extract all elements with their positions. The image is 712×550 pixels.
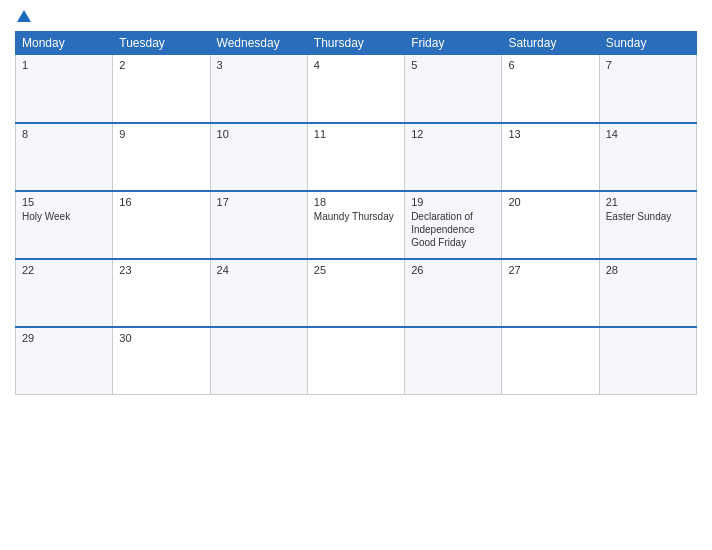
date-number: 6	[508, 59, 592, 71]
calendar-cell: 9	[113, 123, 210, 191]
date-number: 8	[22, 128, 106, 140]
calendar-cell: 6	[502, 55, 599, 123]
calendar-cell: 27	[502, 259, 599, 327]
date-number: 2	[119, 59, 203, 71]
date-number: 25	[314, 264, 398, 276]
calendar-cell	[405, 327, 502, 395]
header	[15, 10, 697, 23]
date-number: 18	[314, 196, 398, 208]
week-row-2: 891011121314	[16, 123, 697, 191]
date-number: 1	[22, 59, 106, 71]
event-label: Declaration of Independence	[411, 211, 474, 235]
calendar-cell: 23	[113, 259, 210, 327]
calendar-cell: 21Easter Sunday	[599, 191, 696, 259]
date-number: 29	[22, 332, 106, 344]
calendar-cell: 29	[16, 327, 113, 395]
date-number: 28	[606, 264, 690, 276]
calendar-container: MondayTuesdayWednesdayThursdayFridaySatu…	[0, 0, 712, 550]
calendar-cell: 4	[307, 55, 404, 123]
week-row-1: 1234567	[16, 55, 697, 123]
day-header-monday: Monday	[16, 32, 113, 55]
date-number: 15	[22, 196, 106, 208]
date-number: 21	[606, 196, 690, 208]
date-number: 23	[119, 264, 203, 276]
date-number: 17	[217, 196, 301, 208]
calendar-cell: 24	[210, 259, 307, 327]
event-label: Holy Week	[22, 211, 70, 222]
day-header-friday: Friday	[405, 32, 502, 55]
date-number: 3	[217, 59, 301, 71]
calendar-cell	[599, 327, 696, 395]
calendar-cell: 2	[113, 55, 210, 123]
day-header-sunday: Sunday	[599, 32, 696, 55]
date-number: 19	[411, 196, 495, 208]
calendar-cell: 10	[210, 123, 307, 191]
week-row-5: 2930	[16, 327, 697, 395]
date-number: 5	[411, 59, 495, 71]
calendar-cell: 1	[16, 55, 113, 123]
day-header-tuesday: Tuesday	[113, 32, 210, 55]
date-number: 13	[508, 128, 592, 140]
calendar-cell: 26	[405, 259, 502, 327]
calendar-cell: 14	[599, 123, 696, 191]
date-number: 14	[606, 128, 690, 140]
calendar-cell	[307, 327, 404, 395]
date-number: 16	[119, 196, 203, 208]
calendar-cell: 5	[405, 55, 502, 123]
event-label: Good Friday	[411, 237, 466, 248]
calendar-cell: 20	[502, 191, 599, 259]
calendar-cell: 3	[210, 55, 307, 123]
week-row-4: 22232425262728	[16, 259, 697, 327]
day-header-thursday: Thursday	[307, 32, 404, 55]
calendar-cell: 28	[599, 259, 696, 327]
date-number: 30	[119, 332, 203, 344]
date-number: 24	[217, 264, 301, 276]
date-number: 10	[217, 128, 301, 140]
calendar-cell: 25	[307, 259, 404, 327]
calendar-cell: 15Holy Week	[16, 191, 113, 259]
calendar-cell: 12	[405, 123, 502, 191]
date-number: 22	[22, 264, 106, 276]
calendar-cell: 18Maundy Thursday	[307, 191, 404, 259]
date-number: 26	[411, 264, 495, 276]
day-header-saturday: Saturday	[502, 32, 599, 55]
logo-triangle-icon	[17, 10, 31, 22]
date-number: 11	[314, 128, 398, 140]
week-row-3: 15Holy Week161718Maundy Thursday19Declar…	[16, 191, 697, 259]
date-number: 20	[508, 196, 592, 208]
logo	[15, 10, 31, 23]
date-number: 4	[314, 59, 398, 71]
date-number: 7	[606, 59, 690, 71]
logo-blue-text	[15, 10, 31, 23]
date-number: 27	[508, 264, 592, 276]
event-label: Easter Sunday	[606, 211, 672, 222]
date-number: 12	[411, 128, 495, 140]
day-header-wednesday: Wednesday	[210, 32, 307, 55]
calendar-table: MondayTuesdayWednesdayThursdayFridaySatu…	[15, 31, 697, 395]
calendar-cell: 22	[16, 259, 113, 327]
calendar-cell: 30	[113, 327, 210, 395]
calendar-cell	[210, 327, 307, 395]
calendar-cell	[502, 327, 599, 395]
event-label: Maundy Thursday	[314, 211, 394, 222]
calendar-cell: 8	[16, 123, 113, 191]
calendar-cell: 13	[502, 123, 599, 191]
calendar-cell: 17	[210, 191, 307, 259]
date-number: 9	[119, 128, 203, 140]
header-row: MondayTuesdayWednesdayThursdayFridaySatu…	[16, 32, 697, 55]
calendar-cell: 19Declaration of IndependenceGood Friday	[405, 191, 502, 259]
calendar-cell: 11	[307, 123, 404, 191]
calendar-cell: 16	[113, 191, 210, 259]
calendar-cell: 7	[599, 55, 696, 123]
